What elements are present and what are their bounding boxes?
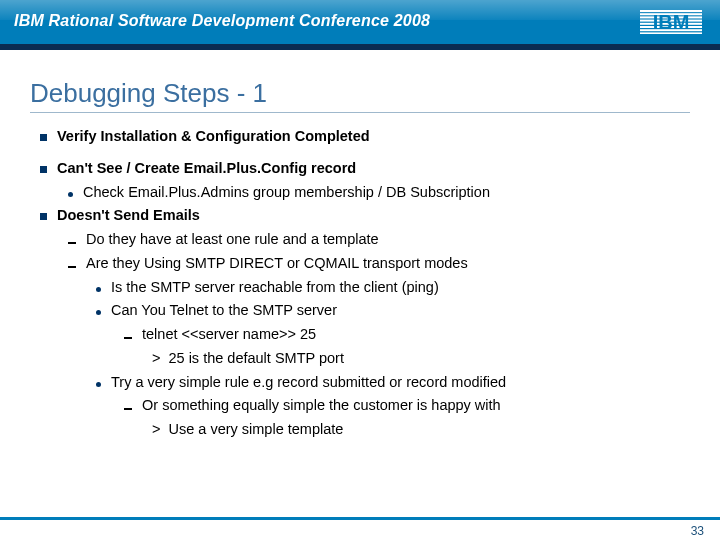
ibm-logo: IBM	[640, 10, 702, 34]
dot-bullet-icon	[96, 287, 101, 292]
dot-bullet-icon	[96, 310, 101, 315]
bullet-level4: > Use a very simple template	[152, 419, 680, 441]
bullet-level2: Try a very simple rule e.g record submit…	[96, 372, 680, 394]
bullet-text: 25 is the default SMTP port	[168, 348, 343, 370]
bullet-text: Check Email.Plus.Admins group membership…	[83, 182, 490, 204]
slide: IBM Rational Software Development Confer…	[0, 0, 720, 540]
bullet-level3: Or something equally simple the customer…	[124, 395, 680, 417]
bullet-level3: telnet <<server name>> 25	[124, 324, 680, 346]
bullet-text: Use a very simple template	[168, 419, 343, 441]
dash-bullet-icon	[124, 337, 132, 339]
bullet-level1-dash: Are they Using SMTP DIRECT or CQMAIL tra…	[68, 253, 680, 275]
bullet-text: Is the SMTP server reachable from the cl…	[111, 277, 439, 299]
bullet-level2: Is the SMTP server reachable from the cl…	[96, 277, 680, 299]
bullet-text: Can't See / Create Email.Plus.Config rec…	[57, 158, 356, 180]
square-bullet-icon	[40, 213, 47, 220]
footer-bar	[0, 517, 720, 520]
bullet-text: Are they Using SMTP DIRECT or CQMAIL tra…	[86, 253, 468, 275]
svg-text:IBM: IBM	[653, 11, 690, 33]
bullet-text: Verify Installation & Configuration Comp…	[57, 126, 370, 148]
bullet-level1: Check Email.Plus.Admins group membership…	[68, 182, 680, 204]
bullet-text: telnet <<server name>> 25	[142, 324, 316, 346]
bullet-level4: > 25 is the default SMTP port	[152, 348, 680, 370]
dot-bullet-icon	[96, 382, 101, 387]
content-body: Verify Installation & Configuration Comp…	[40, 126, 680, 443]
bullet-level1-dash: Do they have at least one rule and a tem…	[68, 229, 680, 251]
bullet-text: Or something equally simple the customer…	[142, 395, 501, 417]
bullet-level0: Can't See / Create Email.Plus.Config rec…	[40, 158, 680, 180]
title-rule	[30, 112, 690, 113]
square-bullet-icon	[40, 166, 47, 173]
dash-bullet-icon	[68, 266, 76, 268]
bullet-text: Doesn't Send Emails	[57, 205, 200, 227]
bullet-level0: Verify Installation & Configuration Comp…	[40, 126, 680, 148]
banner-title: IBM Rational Software Development Confer…	[14, 12, 430, 30]
angle-bullet-icon: >	[152, 419, 160, 441]
square-bullet-icon	[40, 134, 47, 141]
header-banner: IBM Rational Software Development Confer…	[0, 0, 720, 44]
bullet-text: Try a very simple rule e.g record submit…	[111, 372, 506, 394]
dash-bullet-icon	[124, 408, 132, 410]
banner-underline	[0, 44, 720, 50]
dot-bullet-icon	[68, 192, 73, 197]
bullet-text: Do they have at least one rule and a tem…	[86, 229, 379, 251]
angle-bullet-icon: >	[152, 348, 160, 370]
bullet-text: Can You Telnet to the SMTP server	[111, 300, 337, 322]
dash-bullet-icon	[68, 242, 76, 244]
bullet-level0: Doesn't Send Emails	[40, 205, 680, 227]
page-number: 33	[691, 524, 704, 538]
page-title: Debugging Steps - 1	[30, 78, 267, 109]
bullet-level2: Can You Telnet to the SMTP server	[96, 300, 680, 322]
